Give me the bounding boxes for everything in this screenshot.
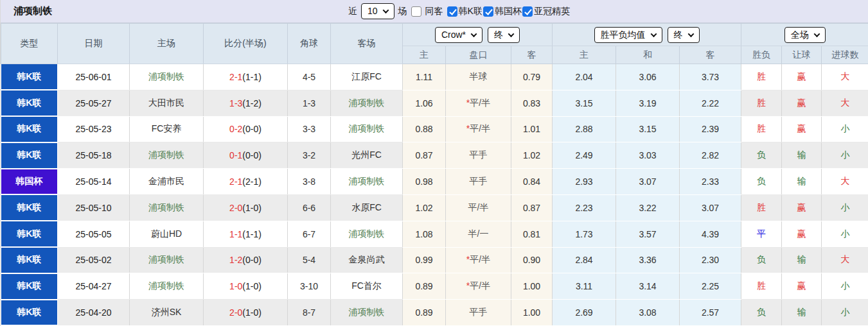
competition-filters: 韩K联 韩国杯 亚冠精英 <box>447 6 570 17</box>
avg-away: 2.25 <box>680 273 741 300</box>
avg-draw: 3.03 <box>616 142 680 169</box>
same-away-checkbox[interactable] <box>411 6 421 17</box>
match-history-panel: 浦项制铁 近 10 场 同客 韩K联 韩国杯 亚 <box>0 0 868 326</box>
odds-home: 0.99 <box>403 247 446 273</box>
scope-select[interactable]: 全场 <box>784 27 826 43</box>
fulltime-score: 1-1 <box>229 229 242 239</box>
home-team[interactable]: 济州SK <box>130 300 204 326</box>
home-team[interactable]: FC安养 <box>130 116 204 142</box>
score-cell: 1-0(1-0) <box>204 273 288 300</box>
result-goals: 小 <box>822 194 868 221</box>
home-team[interactable]: 大田市民 <box>130 90 204 116</box>
odds-group-header: Crow* 终 <box>403 24 553 46</box>
away-team[interactable]: 江原FC <box>331 64 403 90</box>
kleague-checkbox[interactable] <box>447 6 457 17</box>
odds-away: 1.01 <box>511 116 553 142</box>
avg-away: 2.22 <box>680 90 741 116</box>
odds-time-select[interactable]: 终 <box>488 27 520 43</box>
fulltime-score: 2-0 <box>229 307 242 318</box>
odds-home: 1.02 <box>403 194 446 221</box>
home-team[interactable]: 浦项制铁 <box>130 64 204 90</box>
avg-home: 2.88 <box>553 116 616 142</box>
home-team[interactable]: 蔚山HD <box>130 221 204 247</box>
away-team[interactable]: 浦项制铁 <box>331 116 403 142</box>
match-date: 25-05-05 <box>58 221 130 247</box>
odds-away: 0.81 <box>511 221 553 247</box>
odds-home: 0.98 <box>403 169 446 195</box>
avg-draw: 3.07 <box>616 169 680 195</box>
halftime-score: (1-0) <box>242 307 261 318</box>
match-type: 韩K联 <box>1 64 58 90</box>
away-team[interactable]: 浦项制铁 <box>331 300 403 326</box>
avg-away: 2.82 <box>680 142 741 169</box>
home-team[interactable]: 浦项制铁 <box>130 247 204 273</box>
match-type: 韩K联 <box>1 116 58 142</box>
handicap-line: *平/半 <box>446 116 511 142</box>
avg-type-select[interactable]: 胜平负均值 <box>594 27 662 43</box>
avg-type-select-value: 胜平负均值 <box>601 30 646 40</box>
away-team[interactable]: 浦项制铁 <box>331 221 403 247</box>
match-type: 韩K联 <box>1 300 58 326</box>
col-header-away: 客场 <box>331 24 403 64</box>
result-handicap: 赢 <box>782 90 822 116</box>
home-team[interactable]: 金浦市民 <box>130 169 204 195</box>
away-team[interactable]: 浦项制铁 <box>331 169 403 195</box>
header-selects-row: 类型 日期 主场 比分(半场) 角球 客场 Crow* 终 <box>1 24 868 46</box>
odds-away: 1.00 <box>511 300 553 326</box>
match-date: 25-05-14 <box>58 169 130 195</box>
match-type: 韩K联 <box>1 273 58 300</box>
matches-label: 场 <box>398 6 407 17</box>
match-type: 韩K联 <box>1 90 58 116</box>
away-team[interactable]: 浦项制铁 <box>331 90 403 116</box>
score-cell: 1-2(0-0) <box>204 247 288 273</box>
result-handicap: 输 <box>782 247 822 273</box>
match-date: 25-05-27 <box>58 90 130 116</box>
acl-checkbox[interactable] <box>522 6 533 17</box>
home-team[interactable]: 浦项制铁 <box>130 273 204 300</box>
avg-time-select[interactable]: 终 <box>668 27 700 43</box>
away-team[interactable]: 金泉尚武 <box>331 247 403 273</box>
avg-draw: 3.08 <box>616 300 680 326</box>
home-team[interactable]: 浦项制铁 <box>130 142 204 169</box>
home-team[interactable]: 浦项制铁 <box>130 194 204 221</box>
subcol-avg-draw: 和 <box>616 46 680 64</box>
fulltime-score: 1-0 <box>229 281 242 291</box>
filter-controls: 近 10 场 同客 韩K联 韩国杯 亚冠精英 <box>348 0 570 22</box>
away-team[interactable]: 水原FC <box>331 194 403 221</box>
avg-away: 2.33 <box>680 169 741 195</box>
away-team[interactable]: 光州FC <box>331 142 403 169</box>
filter-kleague: 韩K联 <box>447 6 483 17</box>
handicap-text: 平/半 <box>470 98 490 108</box>
avg-home: 3.11 <box>553 273 616 300</box>
result-handicap: 输 <box>782 169 822 195</box>
result-winloss: 负 <box>741 142 782 169</box>
avg-away: 3.73 <box>680 64 741 90</box>
korea-cup-checkbox[interactable] <box>483 6 493 17</box>
recent-count-select[interactable]: 10 <box>361 3 394 19</box>
halftime-score: (2-1) <box>242 176 261 187</box>
subcol-avg-away: 客 <box>680 46 741 64</box>
fulltime-score: 2-1 <box>229 176 242 187</box>
subcol-winloss: 胜负 <box>741 46 782 64</box>
odds-away: 0.84 <box>511 169 553 195</box>
match-date: 25-04-20 <box>58 300 130 326</box>
match-type: 韩K联 <box>1 142 58 169</box>
page-title: 浦项制铁 <box>13 5 52 17</box>
corner-score: 1-3 <box>288 90 331 116</box>
handicap-text: 平/半 <box>468 202 489 212</box>
scope-select-value: 全场 <box>791 30 809 40</box>
bookmaker-select[interactable]: Crow* <box>435 27 483 43</box>
fulltime-score: 2-0 <box>229 203 242 213</box>
table-row: 韩K联 25-05-05 蔚山HD 1-1(1-1) 6-7 浦项制铁 1.08… <box>1 221 868 247</box>
handicap-text: 平手 <box>470 150 488 160</box>
acl-label: 亚冠精英 <box>534 6 570 17</box>
score-cell: 2-0(1-0) <box>204 300 288 326</box>
handicap-text: 平/半 <box>470 123 490 133</box>
halftime-score: (1-0) <box>242 203 261 213</box>
avg-away: 2.57 <box>680 300 741 326</box>
halftime-score: (0-0) <box>242 124 261 134</box>
result-handicap: 赢 <box>782 116 822 142</box>
table-row: 韩K联 25-05-10 浦项制铁 2-0(1-0) 6-6 水原FC 1.02… <box>1 194 868 221</box>
filter-korea-cup: 韩国杯 <box>483 6 522 17</box>
away-team[interactable]: FC首尔 <box>331 273 403 300</box>
